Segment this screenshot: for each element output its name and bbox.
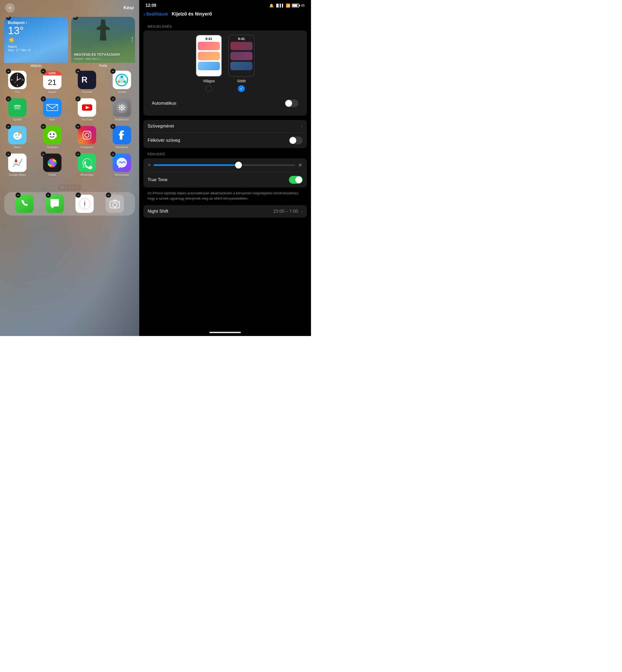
app-item-photos[interactable]: − Fotók <box>39 154 65 177</box>
remove-app-messenger[interactable]: − <box>110 152 115 157</box>
dark-card-2 <box>230 52 252 60</box>
text-size-row[interactable]: Szövegméret › <box>143 120 307 133</box>
simple-icon <box>113 71 131 89</box>
app-label-clock: Óra <box>15 90 20 94</box>
remove-app-settings[interactable]: − <box>110 96 115 101</box>
app-label-duolingo: Duolingo <box>46 146 58 149</box>
app-row-3: − Waze − <box>4 126 135 149</box>
text-size-chevron: › <box>301 124 303 129</box>
remove-dock-camera[interactable]: − <box>106 192 111 198</box>
weather-city: Budapest › <box>8 21 64 25</box>
svg-rect-51 <box>10 156 25 170</box>
app-label-simple: Simple <box>117 90 126 94</box>
mail-icon <box>43 98 62 117</box>
app-item-waze[interactable]: − Waze <box>4 126 31 149</box>
dock-messages[interactable]: − <box>44 195 65 213</box>
automatic-toggle[interactable] <box>285 99 299 107</box>
bold-toggle-knob <box>289 137 296 144</box>
calendar-icon: hétfő 21 <box>43 71 62 89</box>
remove-app-spotify[interactable]: − <box>6 96 11 101</box>
brightness-slider[interactable] <box>154 164 295 166</box>
svg-point-36 <box>18 134 20 136</box>
app-item-calendar[interactable]: − hétfő 21 Naptár <box>39 71 65 94</box>
app-item-duolingo[interactable]: − Duolingo <box>39 126 65 149</box>
remove-app-duolingo[interactable]: − <box>41 124 46 129</box>
remove-app-simple[interactable]: − <box>110 69 115 74</box>
app-item-clock[interactable]: − <box>4 71 31 94</box>
svg-point-49 <box>89 132 90 133</box>
text-size-right: › <box>301 124 303 129</box>
dark-radio[interactable] <box>238 85 245 92</box>
night-shift-section[interactable]: Night Shift 23:00 – 7:00 › <box>143 205 307 218</box>
photos-widget[interactable]: − HEGYESD ÉS TÓTVÁZSONY UTAZÁS – 2024. O… <box>71 17 135 68</box>
app-label-settings: Beállítások <box>115 118 129 121</box>
app-item-spotify[interactable]: − Spotify <box>4 98 31 121</box>
home-screen: + Kész − Budapest › 13° ☀️ Napos Max: 17… <box>0 0 139 336</box>
app-item-settings[interactable]: − <box>109 98 135 121</box>
appearance-light-option[interactable]: 9:41 Világos <box>196 35 222 92</box>
app-label-youtube: YouTube <box>81 118 93 121</box>
photo-dots <box>132 37 133 42</box>
appearance-options: 9:41 Világos 9:41 <box>148 35 303 92</box>
dock-phone[interactable]: − <box>14 195 35 213</box>
battery-fill <box>292 4 298 7</box>
app-item-messenger[interactable]: − Messenger <box>109 154 135 177</box>
remove-app-calendar[interactable]: − <box>41 69 46 74</box>
app-item-youtube[interactable]: − YouTube <box>74 98 100 121</box>
remove-app-maps[interactable]: − <box>6 152 11 157</box>
true-tone-toggle[interactable] <box>289 176 303 184</box>
weather-label: Időjárás <box>4 64 68 68</box>
remove-app-clock[interactable]: − <box>6 69 11 74</box>
remove-app-photos[interactable]: − <box>41 152 46 157</box>
brightness-thumb[interactable] <box>235 162 242 168</box>
settings-content: MEGJELENÉS 9:41 Világos <box>139 20 311 330</box>
remove-app-facebook[interactable]: − <box>110 124 115 129</box>
weather-desc: Napos <box>8 45 64 49</box>
dark-card-1 <box>230 42 252 50</box>
light-card-2 <box>198 52 220 60</box>
battery-icon <box>292 4 299 7</box>
app-item-simple[interactable]: − Simple <box>109 71 135 94</box>
light-card-3 <box>198 62 220 70</box>
weather-widget[interactable]: − Budapest › 13° ☀️ Napos Max: 17° Min: … <box>4 17 68 68</box>
app-item-maps[interactable]: − Google Maps <box>4 154 31 177</box>
app-label-spotify: Spotify <box>13 118 22 121</box>
bold-toggle[interactable] <box>289 136 303 145</box>
app-item-revolut[interactable]: − R Revolut <box>74 71 100 94</box>
photos-icon <box>43 154 62 172</box>
back-button[interactable]: ‹ Beállítások <box>143 11 168 17</box>
photo-dot-3 <box>132 41 133 42</box>
maps-icon <box>8 154 27 172</box>
app-item-facebook[interactable]: − Facebook <box>109 126 135 149</box>
status-bar: 12:09 🔔 ▐▌▌▌ 📶 85 <box>139 0 311 10</box>
svg-point-43 <box>54 134 55 134</box>
true-tone-toggle-knob <box>295 177 302 183</box>
remove-app-mail[interactable]: − <box>41 96 46 101</box>
app-item-instagram[interactable]: − <box>74 126 100 149</box>
messenger-icon <box>113 154 131 172</box>
dock-camera[interactable]: − <box>104 195 125 213</box>
photo-dot-2 <box>132 39 133 40</box>
widgets-row: − Budapest › 13° ☀️ Napos Max: 17° Min: … <box>0 15 139 69</box>
waze-icon <box>8 126 27 145</box>
dock-safari[interactable]: − <box>74 195 95 213</box>
app-item-whatsapp[interactable]: − WhatsApp <box>74 154 100 177</box>
weather-widget-inner: Budapest › 13° ☀️ Napos Max: 17° Min: 3° <box>4 17 68 63</box>
night-shift-row[interactable]: Night Shift 23:00 – 7:00 › <box>143 205 307 218</box>
remove-dock-messages[interactable]: − <box>46 192 51 198</box>
svg-point-13 <box>120 75 123 78</box>
remove-app-waze[interactable]: − <box>6 124 11 129</box>
svg-point-40 <box>49 133 51 135</box>
bold-label: Félkövér szöveg <box>148 138 180 143</box>
light-radio[interactable] <box>205 85 212 92</box>
dark-label: Sötét <box>237 79 246 83</box>
svg-point-24 <box>121 106 123 108</box>
app-item-mail[interactable]: − Mail <box>39 98 65 121</box>
photo-tower <box>97 20 110 40</box>
done-button[interactable]: Kész <box>124 5 134 10</box>
add-widget-button[interactable]: + <box>5 3 15 12</box>
instagram-icon <box>78 126 96 145</box>
automatic-toggle-knob <box>285 100 292 107</box>
app-label-instagram: Instagram <box>81 146 94 149</box>
appearance-dark-option[interactable]: 9:41 Sötét <box>228 35 254 92</box>
